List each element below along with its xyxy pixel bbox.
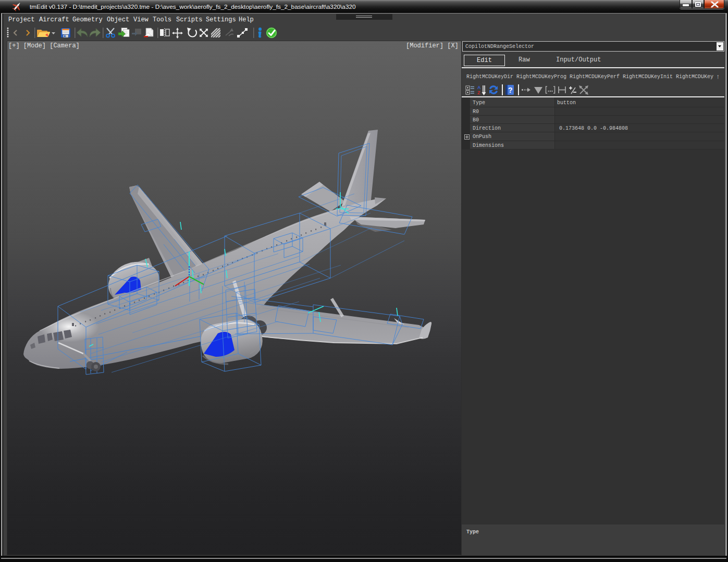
svg-text:Z: Z <box>477 90 480 95</box>
svg-text:?: ? <box>508 86 513 94</box>
svg-text:A: A <box>477 85 481 90</box>
